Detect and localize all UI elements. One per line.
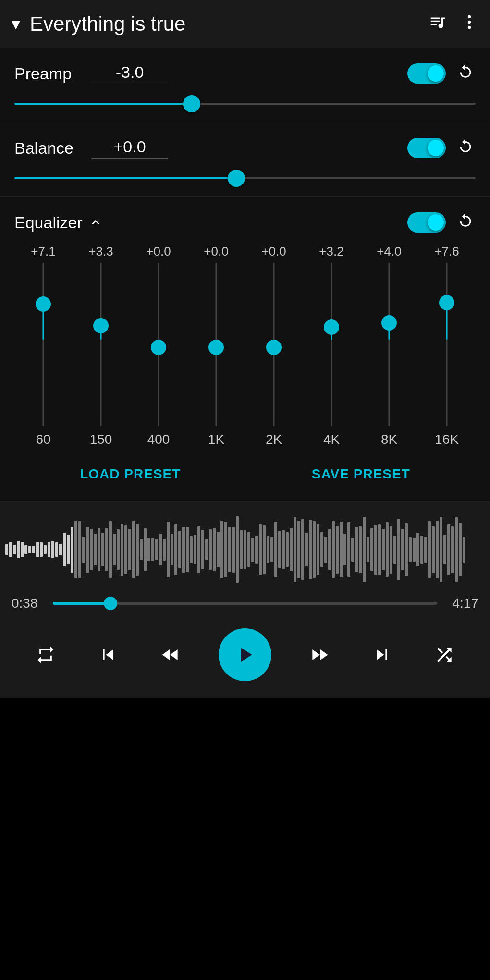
balance-reset-button[interactable] (455, 136, 476, 160)
waveform-bar (48, 542, 50, 557)
waveform-bar (393, 536, 396, 564)
waveform-bar (132, 521, 135, 578)
chevron-up-icon (88, 215, 103, 230)
waveform-bar (390, 526, 392, 573)
eq-band-thumb[interactable] (93, 318, 109, 333)
waveform-bar (320, 532, 323, 567)
waveform-display[interactable] (0, 511, 490, 588)
balance-controls (407, 136, 476, 160)
preamp-slider[interactable] (14, 103, 476, 105)
play-button[interactable] (219, 628, 271, 681)
waveform-bar (232, 527, 235, 573)
svg-point-1 (468, 20, 471, 23)
waveform-bar (443, 535, 446, 564)
waveform-bar (101, 533, 104, 565)
waveform-bar (44, 545, 47, 554)
eq-band: +3.24K (303, 244, 360, 447)
preamp-value: -3.0 (91, 63, 168, 84)
balance-value: +0.0 (91, 137, 168, 159)
skip-prev-button[interactable] (94, 640, 122, 669)
waveform-bar (17, 541, 20, 558)
fast-forward-button[interactable] (305, 640, 334, 669)
waveform-bar (171, 534, 173, 565)
eq-band-freq: 1K (208, 432, 224, 447)
equalizer-reset-button[interactable] (455, 210, 476, 234)
waveform-bar (128, 529, 131, 571)
eq-band: +7.616K (418, 244, 476, 447)
shuffle-button[interactable] (430, 640, 459, 669)
preamp-reset-button[interactable] (455, 61, 476, 86)
eq-band-thumb[interactable] (324, 319, 339, 335)
preamp-toggle[interactable] (407, 63, 446, 84)
waveform-bar (117, 529, 120, 570)
balance-toggle[interactable] (407, 138, 446, 158)
waveform-bar (78, 521, 81, 578)
waveform-bar (82, 537, 85, 563)
repeat-button[interactable] (31, 640, 60, 669)
waveform-bar (55, 542, 58, 557)
rewind-button[interactable] (156, 640, 185, 669)
preamp-controls (407, 61, 476, 86)
eq-band-value: +0.0 (204, 244, 228, 259)
progress-bar[interactable] (53, 602, 437, 605)
eq-band-thumb[interactable] (36, 296, 51, 312)
balance-row: Balance +0.0 (14, 136, 476, 160)
queue-icon[interactable] (429, 13, 447, 36)
more-options-icon[interactable] (460, 13, 478, 36)
eq-band: +0.0400 (130, 244, 187, 447)
equalizer-title: Equalizer (14, 213, 103, 232)
waveform-bar (336, 526, 339, 574)
eq-band-value: +0.0 (261, 244, 286, 259)
waveform-bar (182, 527, 185, 573)
waveform-bar (351, 538, 354, 562)
eq-band-freq: 16K (435, 432, 459, 447)
eq-band-thumb[interactable] (439, 295, 454, 310)
eq-band-thumb[interactable] (266, 340, 282, 355)
waveform-bar (343, 534, 346, 566)
skip-next-button[interactable] (368, 640, 396, 669)
waveform-bar (324, 537, 327, 563)
progress-thumb[interactable] (104, 597, 117, 610)
waveform-bar (159, 534, 162, 566)
equalizer-header: Equalizer (14, 210, 476, 234)
eq-band: +3.3150 (72, 244, 130, 447)
eq-band-freq: 4K (323, 432, 340, 447)
waveform-bar (151, 538, 154, 561)
eq-band-freq: 400 (147, 432, 170, 447)
waveform-bar (86, 527, 89, 573)
load-preset-button[interactable]: LOAD PRESET (70, 462, 190, 487)
waveform-bar (121, 524, 123, 576)
waveform-bar (228, 527, 231, 573)
waveform-bar (305, 533, 308, 566)
eq-band-thumb[interactable] (381, 315, 397, 331)
preamp-section: Preamp -3.0 (0, 48, 490, 122)
waveform-bar (397, 519, 400, 580)
waveform-bar (420, 536, 423, 564)
waveform-bar (313, 521, 316, 578)
eq-band-thumb[interactable] (208, 340, 224, 355)
waveform-bar (174, 524, 177, 575)
waveform-bar (274, 522, 277, 577)
waveform-bar (405, 523, 408, 576)
waveform-bar (224, 522, 227, 577)
progress-fill (53, 602, 110, 605)
waveform-bar (432, 526, 435, 573)
waveform-bar (124, 525, 127, 575)
eq-bands: +7.160+3.3150+0.0400+0.01K+0.02K+3.24K+4… (14, 244, 476, 447)
save-preset-button[interactable]: SAVE PRESET (302, 462, 420, 487)
waveform-bar (51, 541, 54, 559)
waveform-bar (74, 521, 77, 578)
waveform-bar (13, 545, 16, 554)
waveform-bar (428, 521, 431, 578)
waveform-bar (374, 525, 377, 575)
waveform-bar (217, 532, 220, 567)
eq-band-thumb[interactable] (151, 340, 166, 355)
chevron-down-icon[interactable]: ▾ (12, 14, 20, 34)
progress-row: 0:38 4:17 (0, 588, 490, 619)
eq-band-value: +3.2 (319, 244, 343, 259)
balance-slider[interactable] (14, 177, 476, 179)
equalizer-toggle[interactable] (407, 212, 446, 233)
waveform-section: 0:38 4:17 (0, 502, 490, 698)
waveform-bar (98, 528, 100, 570)
waveform-bar (236, 516, 239, 582)
